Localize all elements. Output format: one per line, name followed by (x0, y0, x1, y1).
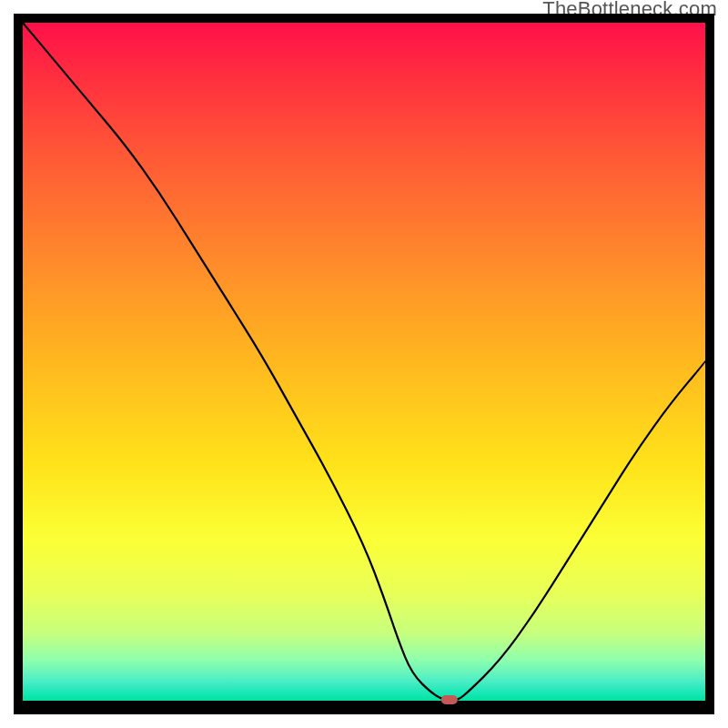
bottleneck-chart: TheBottleneck.com (0, 0, 728, 728)
curve-layer (23, 23, 705, 701)
optimal-marker (441, 695, 458, 704)
bottleneck-curve (23, 23, 705, 701)
plot-frame (14, 14, 714, 714)
